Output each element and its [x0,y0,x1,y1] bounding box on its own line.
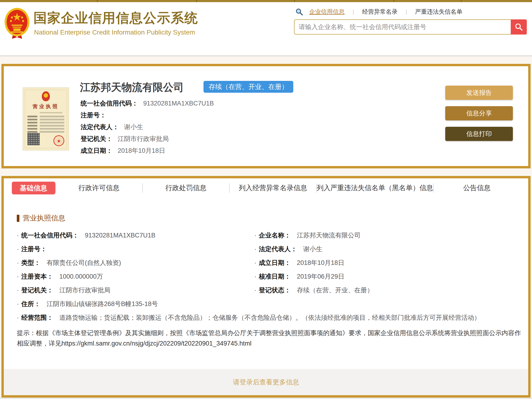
field-label: 登记机关： [81,135,113,143]
field-value: 2018年10月18日 [118,146,165,155]
info-label: 注册资本： [21,272,53,281]
info-row: ·统一社会信用代码：91320281MA1XBC7U1B ·企业名称：江苏邦天物… [17,228,523,242]
info-value: 江阴市顾山镇锡张路268号B幢135-18号 [47,300,158,308]
search-box [294,19,527,34]
page-header: 国家企业信用信息公示系统 National Enterprise Credit … [0,2,532,55]
company-status-badge: 存续（在营、开业、在册） [203,81,293,93]
tab-bar: 基础信息 行政许可信息 行政处罚信息 列入经营异常名录信息 列入严重违法失信名单… [4,182,528,194]
tab-abnormal-list[interactable]: 列入经营异常名录信息 [230,183,316,193]
section-marker [17,215,19,222]
tab-announcements[interactable]: 公告信息 [434,183,520,193]
info-value: 江苏邦天物流有限公司 [297,231,361,240]
info-value: 谢小生 [303,245,322,253]
company-field-row: 法定代表人： 谢小生 [81,121,214,133]
business-license-paper: 营业执照 ★ [25,90,67,148]
section-head: 营业执照信息 [17,213,65,223]
tab-admin-penalty[interactable]: 行政处罚信息 [143,183,229,193]
info-value: 2018年10月18日 [297,258,344,267]
info-row: ·住所：江阴市顾山镇锡张路268号B幢135-18号 [17,297,523,311]
info-row: ·经营范围：道路货物运输；货运配载；装卸搬运（不含危险品）；仓储服务（不含危险品… [17,311,523,324]
login-hint-band: 请登录后查看更多信息 [4,369,528,395]
field-value: 江阴市行政审批局 [118,135,169,143]
field-label: 成立日期： [81,146,113,155]
info-label: 成立日期： [259,258,291,267]
search-button-icon [515,23,523,31]
header-divider [0,55,532,57]
business-license-thumbnail[interactable]: 营业执照 ★ [23,88,69,150]
info-value: 江阴市行政审批局 [59,286,110,295]
tab-basic-info[interactable]: 基础信息 [12,182,55,194]
search-area: 企业信用信息 | 经营异常名录 | 严重违法失信名单 [294,8,527,34]
info-label: 核准日期： [259,272,291,281]
info-label: 注册号： [21,245,47,253]
field-label: 法定代表人： [81,123,119,131]
nav-bar-divider [196,0,197,2]
nav-bar-divider [461,0,462,2]
national-emblem-logo [4,7,30,39]
info-row: ·类型：有限责任公司(自然人独资) ·成立日期：2018年10月18日 [17,256,523,270]
info-row: ·注册号： ·法定代表人：谢小生 [17,242,523,256]
info-value: 1000.000000万 [59,272,103,281]
login-hint: 请登录后查看更多信息 [233,378,299,387]
print-info-button[interactable]: 信息打印 [445,127,513,141]
company-fields: 统一社会信用代码： 91320281MA1XBC7U1B 注册号： 法定代表人：… [81,97,214,157]
tab-admin-license[interactable]: 行政许可信息 [56,183,142,193]
info-value: 91320281MA1XBC7U1B [85,232,156,239]
action-buttons: 发送报告 信息分享 信息打印 [445,86,513,147]
field-label: 注册号： [81,111,106,119]
search-icon [295,8,303,16]
info-value: 有限责任公司(自然人独资) [47,258,121,267]
section-heading: 营业执照信息 [23,213,65,223]
site-subtitle: National Enterprise Credit Information P… [34,29,195,36]
info-label: 企业名称： [259,231,291,240]
detail-card: 基础信息 行政许可信息 行政处罚信息 列入经营异常名录信息 列入严重违法失信名单… [1,176,531,398]
info-label: 登记状态： [259,286,291,295]
info-label: 经营范围： [21,313,53,322]
info-label: 法定代表人： [259,245,297,253]
license-subline [40,112,62,113]
company-field-row: 成立日期： 2018年10月18日 [81,145,214,157]
search-button[interactable] [511,19,527,34]
nav-bar-divider [393,0,394,2]
company-field-row: 登记机关： 江阴市行政审批局 [81,133,214,145]
nav-link-separator: | [405,8,407,15]
info-value: 道路货物运输；货运配载；装卸搬运（不含危险品）；仓储服务（不含危险品仓储）。（依… [59,313,481,322]
nav-link-separator: | [353,8,354,15]
license-red-seal: ★ [53,135,64,146]
license-qr-code [27,133,40,145]
company-field-row: 注册号： [81,109,214,121]
send-report-button[interactable]: 发送报告 [445,86,513,100]
company-field-row: 统一社会信用代码： 91320281MA1XBC7U1B [81,97,214,109]
field-value: 谢小生 [124,123,143,131]
page-bottom-strip [0,398,532,399]
nav-bar-divider [97,0,98,2]
site-nav-bar [0,0,532,2]
info-value: 2019年06月29日 [297,272,344,281]
nav-link-enterprise-credit[interactable]: 企业信用信息 [309,8,345,16]
field-label: 统一社会信用代码： [81,99,138,108]
license-info-grid: ·统一社会信用代码：91320281MA1XBC7U1B ·企业名称：江苏邦天物… [17,228,523,349]
site-title: 国家企业信用信息公示系统 [34,9,198,27]
company-card: 营业执照 ★ 江苏邦天物流有限公司 存续（在营、开业、在册） 统一社会信用代码：… [1,64,531,168]
info-value: 存续（在营、开业、在册） [297,286,374,295]
tab-blacklist[interactable]: 列入严重违法失信名单（黑名单）信息 [317,183,433,193]
license-emblem-icon [42,91,50,101]
search-category-links: 企业信用信息 | 经营异常名录 | 严重违法失信名单 [295,8,527,16]
nav-link-abnormal-operations[interactable]: 经营异常名录 [362,8,398,16]
share-info-button[interactable]: 信息分享 [445,106,513,120]
info-label: 统一社会信用代码： [21,231,79,240]
search-input[interactable] [294,19,527,34]
info-row: ·登记机关：江阴市行政审批局 ·登记状态：存续（在营、开业、在册） [17,283,523,297]
license-title: 营业执照 [25,103,67,110]
info-row: ·注册资本：1000.000000万 ·核准日期：2019年06月29日 [17,270,523,283]
nav-link-serious-violations[interactable]: 严重违法失信名单 [415,8,462,16]
nav-bar-divider [294,0,295,2]
field-value: 91320281MA1XBC7U1B [143,100,214,107]
info-label: 住所： [21,300,40,308]
info-label: 类型： [21,258,40,267]
company-name: 江苏邦天物流有限公司 [80,80,184,94]
notice-text: 提示：根据《市场主体登记管理条例》及其实施细则，按照《市场监管总局办公厅关于调整… [17,328,523,349]
info-label: 登记机关： [21,286,53,295]
